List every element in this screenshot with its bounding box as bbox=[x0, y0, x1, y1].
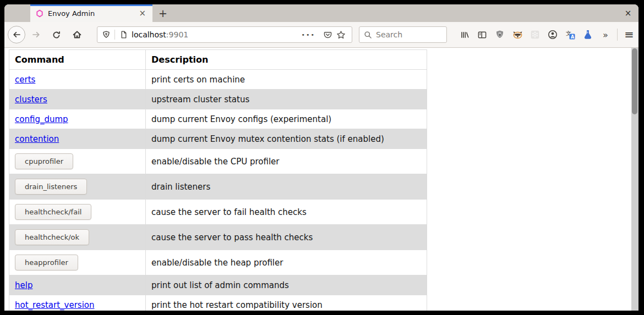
sidebar-button[interactable] bbox=[474, 27, 490, 42]
drain-listeners-button[interactable]: drain_listeners bbox=[15, 179, 87, 195]
sidebar-icon bbox=[477, 30, 487, 40]
extension-disabled-button[interactable] bbox=[527, 27, 543, 42]
page-content: Command Description certs print certs on… bbox=[4, 48, 638, 311]
library-button[interactable] bbox=[457, 27, 472, 42]
row-description: dump current Envoy mutex contention stat… bbox=[146, 129, 427, 149]
reload-button[interactable] bbox=[48, 27, 64, 42]
row-description: cause the server to fail health checks bbox=[146, 200, 427, 225]
table-row: healthcheck/ok cause the server to pass … bbox=[9, 225, 427, 250]
reload-icon bbox=[52, 30, 61, 40]
browser-window: Envoy Admin × + × bbox=[4, 4, 638, 311]
home-icon bbox=[72, 30, 82, 40]
tab-bar: Envoy Admin × + × bbox=[4, 4, 638, 22]
back-button[interactable] bbox=[8, 26, 25, 43]
cpuprofiler-button[interactable]: cpuprofiler bbox=[15, 153, 73, 169]
navigation-toolbar: localhost:9901 ••• bbox=[4, 22, 638, 48]
row-description: upstream cluster status bbox=[146, 90, 427, 109]
disabled-extension-icon bbox=[530, 30, 540, 40]
healthcheck-fail-button[interactable]: healthcheck/fail bbox=[15, 204, 91, 220]
search-input[interactable] bbox=[376, 30, 436, 39]
page-info-icon bbox=[119, 30, 128, 39]
vertical-scrollbar-track[interactable] bbox=[631, 48, 638, 311]
url-text: localhost:9901 bbox=[132, 30, 302, 39]
table-header-row: Command Description bbox=[9, 50, 427, 70]
table-row: clusters upstream cluster status bbox=[9, 90, 427, 109]
clusters-link[interactable]: clusters bbox=[15, 95, 47, 104]
hamburger-icon: ≡ bbox=[624, 28, 634, 41]
translate-extension-icon: 文 A bbox=[565, 30, 575, 40]
table-row: config_dump dump current Envoy configs (… bbox=[9, 109, 427, 129]
back-arrow-icon bbox=[12, 30, 21, 39]
extension-raccoon-button[interactable] bbox=[510, 27, 525, 42]
close-icon: × bbox=[625, 8, 632, 18]
tab-title: Envoy Admin bbox=[48, 9, 137, 18]
double-chevron-icon: » bbox=[603, 30, 608, 40]
forward-arrow-icon bbox=[32, 30, 41, 39]
plus-icon: + bbox=[159, 7, 167, 19]
config-dump-link[interactable]: config_dump bbox=[15, 114, 68, 124]
healthcheck-ok-button[interactable]: healthcheck/ok bbox=[15, 229, 89, 245]
forward-button[interactable] bbox=[29, 27, 44, 42]
search-box[interactable] bbox=[359, 26, 447, 43]
account-icon bbox=[548, 30, 558, 40]
row-description: print the hot restart compatibility vers… bbox=[146, 295, 427, 311]
shield-lock-icon bbox=[495, 30, 505, 40]
table-row: help print out list of admin commands bbox=[9, 275, 427, 295]
table-row: drain_listeners drain listeners bbox=[9, 174, 427, 200]
star-icon bbox=[336, 30, 346, 40]
raccoon-extension-icon bbox=[512, 30, 523, 40]
tab-close-icon[interactable]: × bbox=[137, 8, 148, 18]
description-column-header: Description bbox=[146, 50, 427, 70]
row-description: print certs on machine bbox=[146, 70, 427, 90]
tab-envoy-admin[interactable]: Envoy Admin × bbox=[30, 4, 152, 22]
table-row: hot_restart_version print the hot restar… bbox=[9, 295, 427, 311]
command-column-header: Command bbox=[9, 50, 146, 70]
extension-translate-button[interactable]: 文 A bbox=[563, 27, 578, 42]
window-close-button[interactable]: × bbox=[622, 6, 634, 20]
url-host: localhost bbox=[132, 30, 166, 39]
contention-link[interactable]: contention bbox=[15, 134, 59, 144]
account-button[interactable] bbox=[545, 27, 560, 42]
table-row: heapprofiler enable/disable the heap pro… bbox=[9, 250, 427, 275]
svg-text:A: A bbox=[571, 35, 575, 40]
toolbar-separator bbox=[617, 29, 618, 41]
flask-extension-icon bbox=[583, 30, 593, 40]
new-tab-button[interactable]: + bbox=[155, 6, 171, 20]
row-description: dump current Envoy configs (experimental… bbox=[146, 109, 427, 129]
url-bar[interactable]: localhost:9901 ••• bbox=[97, 26, 352, 43]
tracking-protection-shield-icon bbox=[102, 30, 111, 40]
bookmark-star-button[interactable] bbox=[334, 27, 347, 42]
row-description: cause the server to pass health checks bbox=[146, 225, 427, 250]
row-description: enable/disable the CPU profiler bbox=[146, 149, 427, 174]
vertical-scrollbar-thumb[interactable] bbox=[632, 48, 637, 114]
overflow-menu-button[interactable]: » bbox=[598, 27, 613, 42]
table-row: contention dump current Envoy mutex cont… bbox=[9, 129, 427, 149]
row-description: drain listeners bbox=[146, 174, 427, 200]
row-description: enable/disable the heap profiler bbox=[146, 250, 427, 275]
url-port: :9901 bbox=[166, 30, 188, 39]
envoy-favicon-icon bbox=[36, 9, 43, 18]
table-row: certs print certs on machine bbox=[9, 70, 427, 90]
toolbar-icon-row: 文 A » bbox=[455, 27, 613, 42]
help-link[interactable]: help bbox=[15, 280, 32, 290]
admin-commands-table: Command Description certs print certs on… bbox=[9, 49, 427, 311]
heapprofiler-button[interactable]: heapprofiler bbox=[15, 255, 78, 270]
extension-flask-button[interactable] bbox=[580, 27, 596, 42]
extension-shield-lock-button[interactable] bbox=[492, 27, 507, 42]
row-description: print out list of admin commands bbox=[146, 275, 427, 295]
pocket-button[interactable] bbox=[321, 27, 334, 42]
table-row: cpuprofiler enable/disable the CPU profi… bbox=[9, 149, 427, 174]
hot-restart-version-link[interactable]: hot_restart_version bbox=[15, 300, 95, 310]
pocket-icon bbox=[323, 30, 332, 40]
home-button[interactable] bbox=[69, 27, 85, 42]
library-icon bbox=[460, 30, 470, 40]
hamburger-menu-button[interactable]: ≡ bbox=[621, 27, 637, 42]
table-row: healthcheck/fail cause the server to fai… bbox=[9, 200, 427, 225]
urlbar-divider bbox=[114, 30, 115, 40]
search-icon bbox=[364, 31, 372, 39]
page-actions-button[interactable]: ••• bbox=[302, 31, 315, 38]
certs-link[interactable]: certs bbox=[15, 75, 35, 85]
